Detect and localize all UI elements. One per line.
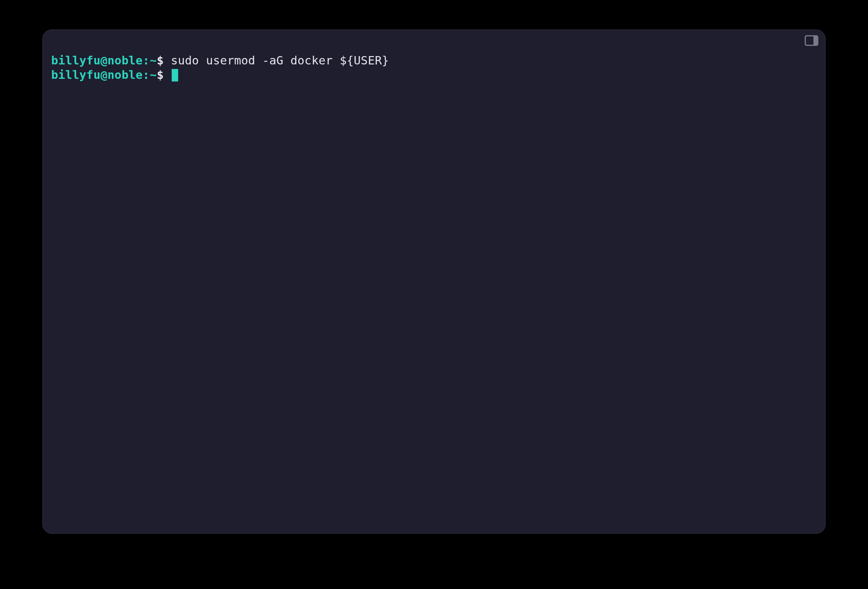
- prompt-sep: :: [143, 68, 150, 81]
- titlebar: [805, 35, 818, 46]
- command-text: sudo usermod -aG docker ${USER}: [164, 54, 389, 67]
- command-text: [164, 68, 171, 81]
- prompt-sep: :: [143, 54, 150, 67]
- prompt-userhost: billyfu@noble: [51, 54, 143, 67]
- terminal-line: billyfu@noble:~$: [51, 68, 817, 82]
- prompt-dollar: $: [157, 68, 164, 81]
- panel-toggle-icon[interactable]: [805, 35, 818, 46]
- prompt-userhost: billyfu@noble: [51, 68, 143, 81]
- prompt-path: ~: [150, 54, 157, 67]
- cursor-block: [172, 69, 178, 81]
- terminal-content[interactable]: billyfu@noble:~$ sudo usermod -aG docker…: [43, 30, 825, 91]
- terminal-line: billyfu@noble:~$ sudo usermod -aG docker…: [51, 53, 817, 68]
- terminal-window[interactable]: billyfu@noble:~$ sudo usermod -aG docker…: [42, 30, 826, 534]
- prompt-dollar: $: [157, 54, 164, 67]
- prompt-path: ~: [150, 68, 157, 81]
